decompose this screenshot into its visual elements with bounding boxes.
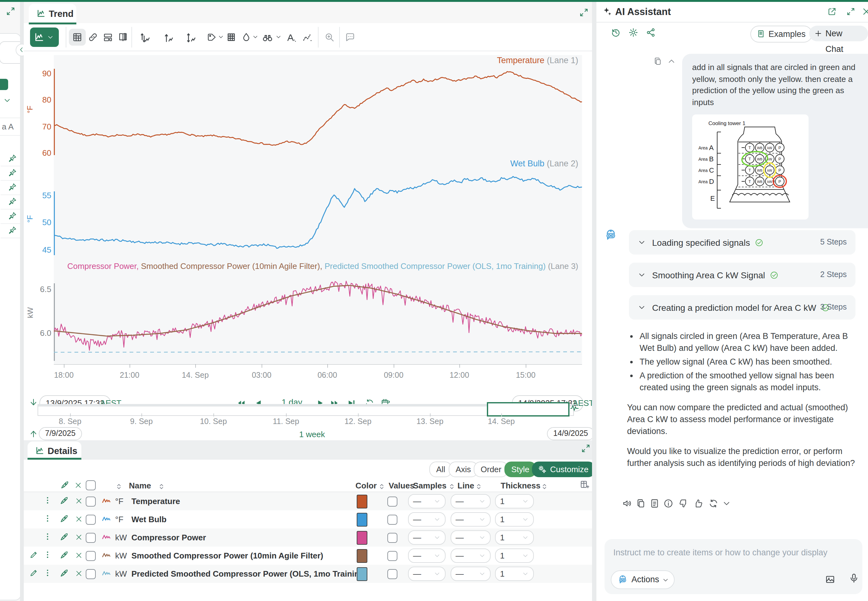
select-all-checkbox[interactable] [86, 480, 96, 490]
row-checkbox[interactable] [86, 515, 96, 525]
investigate-tool-icon[interactable] [261, 32, 274, 44]
color-chip[interactable] [357, 549, 367, 563]
column-name-label[interactable]: Name [129, 481, 151, 490]
values-checkbox[interactable] [387, 515, 397, 525]
voice-input-icon[interactable] [849, 573, 859, 583]
lane2-wetbulb-chart[interactable] [54, 168, 582, 259]
explore-all-icon[interactable] [60, 480, 69, 490]
zoom-tool-icon[interactable] [324, 32, 335, 43]
lane3-compressor-chart[interactable] [54, 276, 582, 365]
row-checkbox[interactable] [86, 497, 96, 506]
samples-dropdown[interactable]: — [408, 530, 446, 545]
row-menu-icon[interactable] [43, 550, 52, 559]
filter-order-button[interactable]: Order [474, 462, 508, 477]
sort-icon[interactable] [475, 482, 483, 489]
thumbs-up-icon[interactable] [694, 499, 703, 508]
samples-dropdown[interactable]: — [408, 512, 446, 526]
table-tool-icon[interactable] [72, 32, 83, 43]
row-menu-icon[interactable] [43, 514, 52, 523]
signal-name[interactable]: Wet Bulb [131, 515, 167, 524]
actions-button[interactable]: Actions [611, 570, 675, 589]
labels-tool-icon[interactable] [206, 32, 217, 43]
collapse-message-icon[interactable] [667, 57, 676, 66]
font-size-label[interactable]: a A [2, 122, 14, 131]
values-checkbox[interactable] [387, 551, 397, 561]
filter-style-button[interactable]: Style [504, 462, 536, 477]
thickness-dropdown[interactable]: 1 [495, 512, 534, 526]
slider-start-input[interactable]: 7/9/2025 [39, 427, 82, 440]
slider-end-input[interactable]: 14/9/2025 [547, 427, 594, 440]
chevron-down-icon[interactable] [3, 96, 11, 104]
panel-divider[interactable] [592, 2, 596, 601]
signal-name[interactable]: Predicted Smoothed Compressor Power (OLS… [131, 569, 367, 578]
comment-tool-icon[interactable] [345, 32, 356, 43]
move-range-up-icon[interactable] [29, 429, 38, 438]
chevron-down-icon[interactable] [218, 34, 224, 40]
pin-icon[interactable] [8, 183, 17, 191]
color-chip[interactable] [357, 531, 367, 545]
assistant-settings-icon[interactable] [628, 27, 638, 38]
panel-divider[interactable] [20, 2, 24, 601]
remove-all-icon[interactable] [75, 482, 82, 489]
thickness-dropdown[interactable]: 1 [495, 567, 534, 581]
more-actions-icon[interactable] [722, 499, 731, 508]
regenerate-icon[interactable] [708, 499, 718, 508]
step-group-1[interactable]: Loading specified signals 5 Steps [629, 230, 856, 255]
samples-dropdown[interactable]: — [408, 567, 446, 581]
expand-left-panel-icon[interactable] [6, 6, 16, 16]
remove-signal-icon[interactable] [75, 497, 83, 505]
column-samples-label[interactable]: Samples [413, 481, 446, 490]
row-checkbox[interactable] [86, 533, 96, 543]
line-style-dropdown[interactable]: — [451, 512, 491, 526]
customize-button[interactable]: Customize [532, 462, 596, 477]
expand-assistant-icon[interactable] [846, 7, 856, 16]
add-column-icon[interactable] [579, 480, 590, 490]
cursor-values-icon[interactable] [285, 32, 297, 44]
pin-icon[interactable] [8, 168, 17, 177]
line-style-dropdown[interactable]: — [451, 494, 491, 508]
examples-button[interactable]: Examples [750, 26, 813, 43]
green-action-button-clipped[interactable] [0, 79, 8, 90]
chevron-down-icon[interactable] [252, 34, 258, 40]
signal-name[interactable]: Compressor Power [131, 533, 206, 542]
one-axis-icon[interactable] [185, 32, 197, 44]
pin-icon[interactable] [8, 154, 17, 163]
step-group-3[interactable]: Creating a prediction model for Area C k… [629, 295, 856, 320]
journal-tool-icon[interactable] [118, 32, 128, 43]
one-lane-icon[interactable] [163, 32, 174, 44]
line-style-dropdown[interactable]: — [451, 548, 491, 563]
explore-signal-icon[interactable] [60, 569, 69, 578]
attach-image-icon[interactable] [825, 574, 836, 585]
values-checkbox[interactable] [387, 533, 397, 543]
link-tool-icon[interactable] [88, 32, 98, 43]
close-assistant-icon[interactable] [862, 7, 868, 16]
explore-signal-icon[interactable] [60, 496, 69, 505]
color-chip[interactable] [357, 495, 367, 508]
slider-signal-icon[interactable] [570, 403, 579, 413]
color-chip[interactable] [357, 513, 367, 526]
thickness-dropdown[interactable]: 1 [495, 530, 534, 545]
column-line-label[interactable]: Line [457, 481, 474, 490]
tab-details[interactable]: Details [28, 442, 81, 460]
color-chip[interactable] [357, 567, 367, 581]
expand-details-icon[interactable] [581, 443, 591, 453]
tab-trend[interactable]: Trend [29, 4, 76, 23]
row-menu-icon[interactable] [43, 496, 52, 505]
dimming-tool-icon[interactable] [241, 32, 252, 43]
line-style-dropdown[interactable]: — [451, 567, 491, 581]
chat-history-icon[interactable] [611, 27, 621, 38]
chevron-down-icon[interactable] [275, 34, 282, 40]
info-icon[interactable] [663, 499, 673, 508]
step-group-2[interactable]: Smoothing Area C kW Signal 2 Steps [629, 263, 856, 287]
thickness-dropdown[interactable]: 1 [495, 494, 534, 508]
column-color-label[interactable]: Color [356, 481, 377, 490]
gridlines-tool-icon[interactable] [226, 32, 237, 43]
move-range-down-icon[interactable] [29, 398, 38, 407]
thumbs-down-icon[interactable] [679, 499, 688, 508]
thickness-dropdown[interactable]: 1 [495, 548, 534, 563]
sort-icon[interactable] [448, 482, 455, 489]
sort-icon[interactable] [378, 482, 385, 489]
sort-icon[interactable] [115, 482, 123, 489]
row-checkbox[interactable] [86, 551, 96, 561]
values-checkbox[interactable] [387, 569, 397, 579]
